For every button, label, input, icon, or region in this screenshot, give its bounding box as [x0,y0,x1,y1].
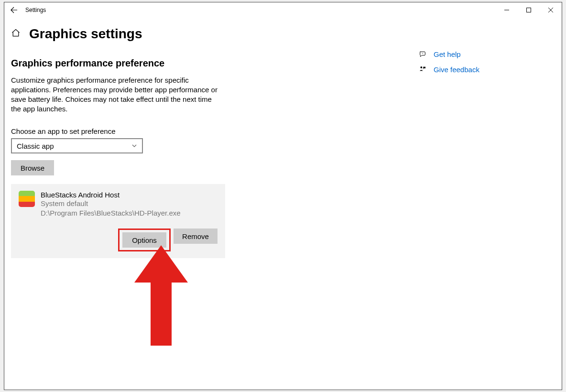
give-feedback-label: Give feedback [434,65,479,74]
app-name: BlueStacks Android Host [41,191,181,199]
window-title: Settings [25,7,46,13]
app-type-select-value: Classic app [17,142,54,150]
options-highlight: Options [118,229,171,251]
section-description: Customize graphics performance preferenc… [11,76,221,114]
svg-point-2 [420,66,422,68]
options-button[interactable]: Options [122,232,166,248]
get-help-link[interactable]: Get help [418,46,543,62]
app-preference: System default [41,199,181,208]
app-path: D:\Program Files\BlueStacks\HD-Player.ex… [41,208,181,218]
chevron-down-icon [131,142,137,150]
svg-rect-3 [423,67,425,68]
get-help-label: Get help [434,50,461,58]
section-title: Graphics performance preference [11,58,317,69]
browse-button[interactable]: Browse [11,160,54,175]
choose-app-label: Choose an app to set preference [11,127,317,135]
chat-icon [418,50,427,58]
maximize-button[interactable] [518,2,540,18]
svg-rect-0 [527,8,531,12]
app-card[interactable]: BlueStacks Android Host System default D… [11,184,225,258]
page-title: Graphics settings [29,26,142,42]
minimize-button[interactable] [496,2,518,18]
feedback-icon [418,65,427,73]
app-type-select[interactable]: Classic app [11,138,143,153]
home-icon[interactable] [11,28,21,40]
app-icon [19,191,35,207]
give-feedback-link[interactable]: Give feedback [418,62,543,77]
back-button[interactable] [8,6,20,14]
svg-point-1 [423,53,423,54]
remove-button[interactable]: Remove [174,229,218,244]
close-button[interactable] [540,2,562,18]
